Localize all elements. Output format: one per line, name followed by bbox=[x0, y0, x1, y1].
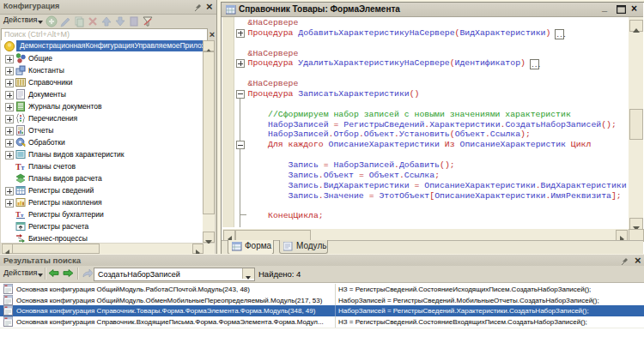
svg-text:т: т bbox=[21, 164, 25, 172]
svg-text:т: т bbox=[21, 212, 24, 219]
